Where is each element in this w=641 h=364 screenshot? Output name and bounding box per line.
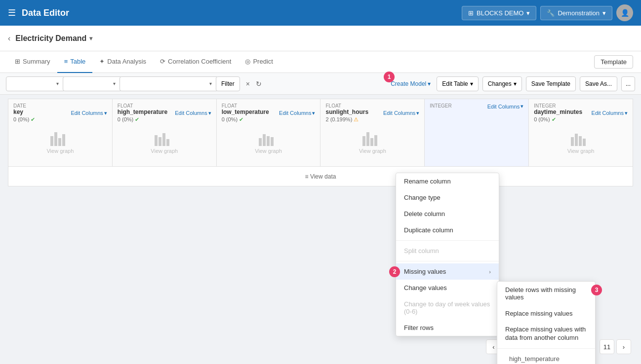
edit-table-arrow: ▾	[470, 80, 473, 87]
badge-3: 3	[591, 285, 602, 295]
edit-table-button[interactable]: Edit Table ▾	[437, 76, 478, 91]
blocks-demo-arrow: ▾	[526, 9, 530, 17]
pagination-page-11[interactable]: 11	[600, 339, 614, 354]
filter-group-2: ▾	[63, 76, 116, 91]
col-header-low-temp: FLOAT low_temperature 0 (0%) ✔ Edit Colu…	[217, 99, 321, 166]
bar	[166, 139, 169, 146]
tab-correlation[interactable]: ⟳ Correlation Coefficient	[153, 51, 238, 73]
menu-item-duplicate[interactable]: Duplicate column	[396, 222, 499, 238]
pagination-next[interactable]: ›	[616, 339, 631, 354]
save-as-button[interactable]: Save As...	[580, 76, 617, 91]
chevron-down-icon-low-temp: ▾	[312, 110, 315, 116]
col-name-daytime: daytime_minutes	[534, 109, 582, 115]
ok-icon-daytime: ✔	[552, 116, 556, 122]
wrench-icon: 🔧	[547, 9, 555, 17]
bar	[575, 134, 578, 146]
template-button[interactable]: Template	[594, 55, 633, 69]
edit-columns-high-temp[interactable]: Edit Columns ▾	[175, 110, 211, 116]
dataset-dropdown-arrow[interactable]: ▾	[89, 35, 92, 42]
edit-columns-sunlight[interactable]: Edit Columns ▾	[383, 110, 419, 116]
app-header: ☰ Data Editor ⊞ BLOCKS DEMO ▾ 🔧 Demonstr…	[0, 0, 641, 26]
view-graph-key[interactable]: View graph	[46, 148, 74, 154]
graph-integer-empty	[430, 109, 523, 149]
view-graph-daytime[interactable]: View graph	[567, 148, 595, 154]
edit-columns-low-temp[interactable]: Edit Columns ▾	[279, 110, 315, 116]
bar	[374, 135, 377, 146]
changes-arrow: ▾	[514, 80, 517, 87]
filter-select-1[interactable]	[6, 76, 65, 91]
menu-icon[interactable]: ☰	[8, 7, 16, 18]
avatar[interactable]: 👤	[616, 4, 633, 21]
predict-tab-label: Predict	[253, 58, 273, 65]
bar	[58, 138, 61, 146]
changes-button[interactable]: Changes ▾	[482, 76, 522, 91]
chevron-down-icon-integer-empty: ▾	[521, 103, 523, 109]
menu-item-change-type[interactable]: Change type	[396, 189, 499, 206]
bar	[579, 136, 582, 146]
blocks-demo-button[interactable]: ⊞ BLOCKS DEMO ▾	[462, 6, 536, 20]
ok-icon-key: ✔	[31, 116, 35, 122]
edit-columns-daytime[interactable]: Edit Columns ▾	[592, 110, 628, 116]
ok-icon-low-temp: ✔	[239, 116, 243, 122]
tab-summary[interactable]: ⊞ Summary	[8, 51, 57, 73]
col-type-low-temp: FLOAT	[222, 103, 269, 109]
view-data-row[interactable]: ≡ View data	[8, 166, 633, 186]
chevron-down-icon-key: ▾	[104, 110, 107, 116]
col-header-sunlight: FLOAT sunlight_hours 2 (0.199%) ⚠ Edit C…	[320, 99, 425, 166]
graph-placeholder-daytime	[571, 131, 591, 146]
bar	[583, 139, 586, 146]
graph-low-temp: View graph	[222, 123, 316, 162]
graph-placeholder-sunlight	[362, 131, 382, 146]
menu-item-filter-rows[interactable]: Filter rows	[396, 320, 499, 336]
submenu-item-replace[interactable]: Replace missing values	[497, 305, 595, 322]
filter-button[interactable]: Filter	[216, 76, 240, 91]
menu-item-rename[interactable]: Rename column	[396, 173, 499, 189]
ok-icon-high-temp: ✔	[135, 116, 139, 122]
submenu-item-delete-rows[interactable]: Delete rows with missing values	[497, 282, 595, 305]
predict-tab-icon: ◎	[245, 58, 250, 65]
back-button[interactable]: ‹	[8, 34, 10, 43]
create-model-arrow: ▾	[428, 80, 431, 87]
edit-columns-key[interactable]: Edit Columns ▾	[71, 110, 107, 116]
menu-item-missing-values[interactable]: Missing values ›	[396, 263, 499, 280]
bar	[54, 132, 57, 146]
menu-item-change-values[interactable]: Change values	[396, 280, 499, 296]
more-options-button[interactable]: ...	[621, 76, 635, 91]
col-type-key: DATE	[13, 103, 35, 109]
view-graph-low-temp[interactable]: View graph	[255, 148, 282, 154]
tab-data-analysis[interactable]: ✦ Data Analysis	[92, 51, 153, 73]
col-type-daytime: INTEGER	[534, 103, 582, 109]
refresh-button[interactable]: ↻	[256, 80, 262, 88]
submenu-divider	[497, 348, 595, 349]
demonstration-button[interactable]: 🔧 Demonstration ▾	[540, 6, 612, 20]
menu-item-delete-column[interactable]: Delete column	[396, 206, 499, 222]
create-model-button[interactable]: Create Model ▾	[389, 76, 433, 91]
column-headers: DATE key 0 (0%) ✔ Edit Columns ▾	[8, 99, 633, 166]
col-header-integer-empty-inner: INTEGER Edit Columns ▾	[425, 99, 528, 153]
summary-tab-label: Summary	[23, 58, 50, 65]
bar	[370, 138, 373, 146]
submenu-item-replace-with-col[interactable]: Replace missing values with data from an…	[497, 322, 595, 346]
col-header-low-temp-inner: FLOAT low_temperature 0 (0%) ✔ Edit Colu…	[217, 99, 320, 166]
view-graph-sunlight[interactable]: View graph	[359, 148, 386, 154]
edit-columns-integer-empty[interactable]: Edit Columns ▾	[487, 103, 523, 109]
filter-select-3[interactable]	[120, 76, 218, 91]
col-stats-low-temp: 0 (0%) ✔	[222, 116, 269, 123]
view-graph-high-temp[interactable]: View graph	[151, 148, 178, 154]
submenu-arrow-missing: ›	[489, 269, 491, 275]
changes-label: Changes	[488, 80, 512, 87]
summary-tab-icon: ⊞	[15, 58, 20, 65]
col-header-integer-empty: INTEGER Edit Columns ▾	[425, 99, 529, 166]
col-header-high-temp: FLOAT high_temperature 0 (0%) ✔ Edit Col…	[113, 99, 217, 166]
bar	[259, 138, 262, 146]
tab-predict[interactable]: ◎ Predict	[238, 51, 280, 73]
col-name-high-temp: high_temperature	[118, 109, 167, 115]
filter-clear-button[interactable]: ×	[244, 79, 252, 89]
filter-select-2[interactable]	[63, 76, 122, 91]
data-analysis-tab-icon: ✦	[99, 58, 105, 65]
badge-2: 2	[389, 266, 400, 277]
save-template-button[interactable]: Save Template	[526, 76, 576, 91]
demonstration-arrow: ▾	[602, 9, 606, 17]
submenu-item-high-temp[interactable]: high_temperature	[497, 351, 595, 364]
tab-table[interactable]: ≡ Table	[57, 51, 93, 73]
